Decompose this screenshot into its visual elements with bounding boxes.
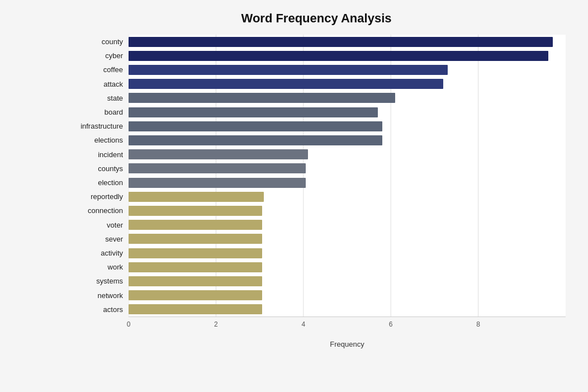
bar bbox=[129, 192, 264, 202]
bar-row: county bbox=[129, 35, 566, 49]
bar-row: sever bbox=[129, 232, 566, 246]
bar-label: elections bbox=[67, 136, 129, 144]
x-axis: 02468 bbox=[129, 317, 566, 337]
bar-label: coffee bbox=[67, 65, 129, 74]
bar bbox=[129, 290, 262, 300]
bar bbox=[129, 107, 378, 117]
bar-row: voter bbox=[129, 218, 566, 232]
bar-label: activity bbox=[67, 249, 129, 257]
x-tick: 6 bbox=[389, 317, 393, 328]
bar-label: state bbox=[67, 94, 129, 102]
bar bbox=[129, 51, 548, 61]
chart-title: Word Frequency Analysis bbox=[67, 11, 566, 26]
bar-label: attack bbox=[67, 80, 129, 88]
bar bbox=[129, 37, 553, 47]
bar-label: network bbox=[67, 291, 129, 300]
bar-label: election bbox=[67, 178, 129, 187]
bar bbox=[129, 262, 262, 272]
bar-label: work bbox=[67, 263, 129, 271]
bar-row: actors bbox=[129, 303, 566, 317]
bar-label: systems bbox=[67, 277, 129, 285]
bar bbox=[129, 276, 262, 286]
bar bbox=[129, 135, 382, 145]
x-tick: 8 bbox=[476, 317, 480, 328]
bar-label: actors bbox=[67, 305, 129, 314]
bar bbox=[129, 304, 262, 314]
bar-label: county bbox=[67, 37, 129, 46]
bar bbox=[129, 79, 443, 89]
chart-plot-area: countycybercoffeeattackstateboardinfrast… bbox=[129, 35, 566, 348]
bar bbox=[129, 234, 262, 244]
bar-row: connection bbox=[129, 204, 566, 218]
bar-row: systems bbox=[129, 274, 566, 288]
bar-row: board bbox=[129, 105, 566, 119]
bar-row: countys bbox=[129, 162, 566, 176]
x-tick: 0 bbox=[127, 317, 131, 328]
bar-row: incident bbox=[129, 148, 566, 162]
bar-label: countys bbox=[67, 164, 129, 173]
bar-label: infrastructure bbox=[67, 122, 129, 130]
bar-row: work bbox=[129, 260, 566, 274]
bars-container: countycybercoffeeattackstateboardinfrast… bbox=[129, 35, 566, 317]
bar-label: voter bbox=[67, 221, 129, 229]
x-tick: 4 bbox=[301, 317, 305, 328]
bar-row: activity bbox=[129, 246, 566, 260]
bar bbox=[129, 93, 395, 103]
bar-row: network bbox=[129, 289, 566, 303]
bar bbox=[129, 248, 262, 258]
bar-row: state bbox=[129, 91, 566, 105]
bar bbox=[129, 163, 306, 173]
bar bbox=[129, 149, 308, 159]
bar bbox=[129, 178, 306, 188]
bar bbox=[129, 206, 262, 216]
bar-row: reportedly bbox=[129, 190, 566, 204]
bar-row: attack bbox=[129, 77, 566, 91]
x-axis-label: Frequency bbox=[129, 340, 566, 348]
bar bbox=[129, 121, 382, 131]
bar-label: connection bbox=[67, 206, 129, 215]
bar-label: cyber bbox=[67, 51, 129, 60]
chart-container: Word Frequency Analysis countycybercoffe… bbox=[0, 0, 588, 392]
bar-row: elections bbox=[129, 133, 566, 147]
bar-label: board bbox=[67, 108, 129, 116]
bar-label: reportedly bbox=[67, 192, 129, 201]
bar bbox=[129, 65, 448, 75]
bar-label: incident bbox=[67, 150, 129, 159]
bar-row: election bbox=[129, 176, 566, 190]
bar-row: cyber bbox=[129, 49, 566, 63]
bar-row: infrastructure bbox=[129, 119, 566, 133]
x-tick: 2 bbox=[214, 317, 218, 328]
bar-row: coffee bbox=[129, 63, 566, 77]
bar-label: sever bbox=[67, 235, 129, 243]
bar bbox=[129, 220, 262, 230]
